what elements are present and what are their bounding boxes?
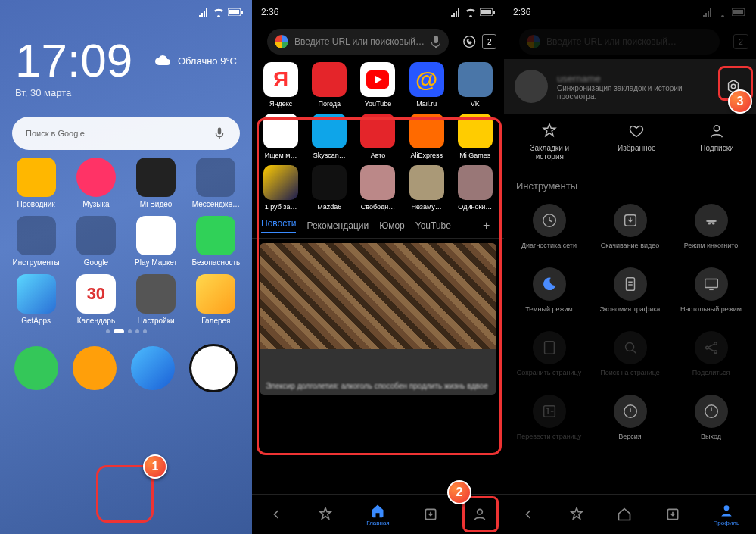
svg-point-21	[625, 343, 633, 351]
tool-traffic[interactable]: Экономия трафика	[591, 260, 669, 320]
date-text: Вт, 30 марта	[0, 87, 252, 98]
tabs-counter[interactable]: 2	[482, 34, 496, 49]
bottom-nav: Профиль	[504, 494, 756, 534]
app-tools-folder[interactable]: Инструменты	[9, 216, 64, 267]
app-row-2: Инструменты Google Play Маркет Безопасно…	[0, 208, 252, 267]
nav-back[interactable]	[269, 507, 284, 522]
svg-point-23	[714, 342, 717, 345]
tool-version[interactable]: Версия	[591, 387, 669, 448]
sd-mailru[interactable]: @Mail.ru	[406, 62, 448, 108]
nav-home[interactable]: Главная	[366, 503, 389, 526]
weather-widget[interactable]: Облачно 9°C	[154, 53, 237, 68]
dock-browser[interactable]	[131, 346, 175, 390]
tool-diag[interactable]: Диагностика сети	[510, 196, 588, 257]
tools-grid: Диагностика сети Скачивание видео Режим …	[504, 196, 756, 448]
whatsapp-icon[interactable]	[462, 34, 476, 49]
highlight-box-2	[257, 117, 502, 455]
browser-profile: 2:36 Введите URL или поисковый… 2 userna…	[504, 0, 756, 534]
nav-bookmarks[interactable]	[569, 507, 584, 522]
step-marker-1: 1	[143, 454, 167, 479]
sd-weather[interactable]: Погода	[308, 62, 350, 108]
google-icon	[527, 35, 540, 48]
app-google-folder[interactable]: Google	[69, 216, 123, 267]
bookmarks-history[interactable]: Закладки и история	[526, 123, 573, 161]
nav-bookmarks[interactable]	[318, 507, 333, 522]
app-mivideo[interactable]: Mi Видео	[129, 158, 183, 208]
url-bar-dim: Введите URL или поисковый…	[519, 29, 720, 55]
tool-desktop[interactable]: Настольный режим	[672, 260, 750, 320]
app-gallery[interactable]: Галерея	[188, 274, 243, 325]
search-input[interactable]: Поиск в Google	[12, 117, 240, 150]
tool-exit[interactable]: Выход	[672, 387, 750, 448]
mic-icon[interactable]	[431, 35, 441, 48]
browser-home: 2:36 Введите URL или поисковый… 2 ЯЯндек…	[252, 0, 504, 534]
sd-youtube[interactable]: YouTube	[356, 62, 399, 108]
app-security[interactable]: Безопасность	[188, 216, 243, 267]
svg-rect-6	[493, 11, 495, 14]
app-settings[interactable]: Настройки	[129, 274, 183, 325]
tool-share: Поделиться	[672, 323, 750, 384]
nav-profile[interactable]: Профиль	[714, 503, 740, 526]
signal-icon	[199, 8, 210, 17]
svg-point-22	[705, 346, 708, 349]
tabs-counter-dim: 2	[733, 34, 748, 49]
tool-download[interactable]: Скачивание видео	[591, 196, 669, 257]
svg-rect-18	[626, 278, 634, 291]
nav-home[interactable]	[617, 507, 632, 522]
svg-rect-7	[434, 36, 438, 43]
sd-vk[interactable]: VK	[454, 62, 496, 108]
app-messenger-folder[interactable]: Мессендже…	[188, 158, 243, 208]
highlight-ring-2	[462, 496, 499, 532]
status-bar: 2:36	[504, 0, 756, 24]
svg-rect-2	[241, 11, 243, 14]
dock-phone[interactable]	[14, 346, 58, 390]
nav-downloads[interactable]	[665, 507, 680, 522]
svg-rect-20	[544, 342, 554, 354]
wifi-icon	[717, 8, 729, 17]
svg-point-24	[714, 351, 717, 354]
svg-rect-3	[218, 128, 222, 135]
battery-icon	[480, 8, 495, 16]
app-explorer[interactable]: Проводник	[9, 158, 64, 208]
subscriptions[interactable]: Подписки	[700, 123, 733, 161]
sync-hint: Синхронизация закладок и истории просмот…	[557, 84, 712, 101]
mic-icon[interactable]	[213, 126, 226, 140]
sd-yandex[interactable]: ЯЯндекс	[260, 62, 302, 108]
svg-rect-1	[229, 10, 239, 14]
svg-rect-13	[733, 10, 743, 14]
dock-messages[interactable]	[73, 346, 117, 390]
step-marker-2: 2	[447, 480, 471, 504]
wifi-icon	[465, 8, 477, 17]
url-bar[interactable]: Введите URL или поисковый…	[267, 29, 449, 55]
app-music[interactable]: Музыка	[69, 158, 123, 208]
step-marker-3: 3	[728, 89, 752, 114]
app-playstore[interactable]: Play Маркет	[129, 216, 183, 267]
profile-quick-row: Закладки и история Избранное Подписки	[504, 114, 756, 170]
tool-translate: Перевести страницу	[510, 387, 588, 448]
dock	[0, 338, 252, 398]
status-bar: 2:36	[252, 0, 504, 24]
nav-back[interactable]	[521, 507, 536, 522]
tool-find: Поиск на странице	[591, 323, 669, 384]
app-row-1: Проводник Музыка Mi Видео Мессендже…	[0, 150, 252, 208]
google-icon	[275, 35, 288, 48]
battery-icon	[732, 8, 747, 16]
favorites[interactable]: Избранное	[618, 123, 656, 161]
signal-icon	[703, 8, 714, 17]
tool-dark[interactable]: Темный режим	[510, 260, 588, 320]
wifi-icon	[213, 8, 225, 17]
battery-icon	[228, 8, 243, 16]
app-getapps[interactable]: GetApps	[9, 274, 64, 325]
avatar-icon	[515, 70, 548, 103]
tools-section-title: Инструменты	[504, 170, 756, 196]
svg-point-29	[724, 505, 730, 511]
username: username	[557, 73, 712, 84]
page-dots[interactable]	[0, 325, 252, 338]
svg-rect-19	[705, 279, 717, 288]
dock-camera[interactable]	[189, 344, 238, 392]
nav-downloads[interactable]	[423, 507, 438, 522]
tool-incognito[interactable]: Режим инкогнито	[672, 196, 750, 257]
signal-icon	[451, 8, 462, 17]
svg-rect-5	[481, 10, 491, 14]
app-calendar[interactable]: 30Календарь	[69, 274, 123, 325]
